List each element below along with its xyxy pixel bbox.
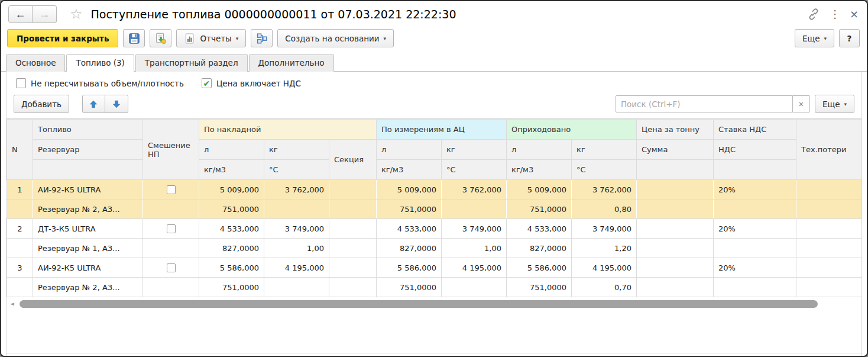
vat-included-checkbox[interactable]: ✔ Цена включает НДС bbox=[202, 78, 301, 88]
cell-n[interactable]: 1 bbox=[7, 180, 33, 200]
cell-received-density[interactable]: 751,0000 bbox=[507, 200, 572, 219]
cell-received-kg[interactable]: 4 195,000 bbox=[572, 258, 637, 278]
cell-invoice-kg[interactable]: 3 749,000 bbox=[264, 219, 329, 239]
cell-mix-checkbox[interactable] bbox=[143, 219, 199, 239]
cell-section-spacer[interactable] bbox=[329, 200, 377, 219]
cell-truck-l[interactable]: 5 009,000 bbox=[377, 180, 442, 200]
cell-invoice-kg[interactable]: 4 195,000 bbox=[264, 258, 329, 278]
cell-received-temp[interactable]: 0,70 bbox=[572, 278, 637, 297]
tab-fuel[interactable]: Топливо (3) bbox=[66, 54, 134, 72]
cell-n-spacer[interactable] bbox=[7, 278, 33, 297]
cell-received-density[interactable]: 827,0000 bbox=[507, 239, 572, 258]
cell-sum[interactable] bbox=[637, 239, 714, 258]
cell-n[interactable]: 2 bbox=[7, 219, 33, 239]
table-row[interactable]: 2 ДТ-3-К5 ULTRA 4 533,000 3 749,000 4 53… bbox=[7, 219, 862, 239]
cell-losses[interactable] bbox=[796, 180, 861, 200]
cell-vat[interactable] bbox=[714, 278, 796, 297]
post-and-close-button[interactable]: Провести и закрыть bbox=[7, 29, 118, 47]
cell-received-temp[interactable]: 0,80 bbox=[572, 200, 637, 219]
cell-price[interactable] bbox=[637, 180, 714, 200]
cell-invoice-temp[interactable] bbox=[264, 278, 329, 297]
cell-mix-spacer[interactable] bbox=[143, 239, 199, 258]
cell-section[interactable] bbox=[329, 258, 377, 278]
cell-truck-kg[interactable]: 4 195,000 bbox=[442, 258, 507, 278]
tab-transport[interactable]: Транспортный раздел bbox=[135, 54, 248, 72]
cell-invoice-density[interactable]: 751,0000 bbox=[199, 278, 264, 297]
cell-losses[interactable] bbox=[796, 219, 861, 239]
link-icon[interactable] bbox=[807, 8, 820, 21]
cell-received-kg[interactable]: 3 762,000 bbox=[572, 180, 637, 200]
cell-section[interactable] bbox=[329, 219, 377, 239]
table-row[interactable]: Резервуар № 1, АЗ... 827,0000 1,00 827,0… bbox=[7, 239, 862, 258]
create-based-on-button[interactable]: Создать на основании ▾ bbox=[277, 29, 394, 47]
cell-received-kg[interactable]: 3 749,000 bbox=[572, 219, 637, 239]
cell-section-spacer[interactable] bbox=[329, 278, 377, 297]
save-button[interactable] bbox=[123, 29, 145, 47]
cell-mix-spacer[interactable] bbox=[143, 200, 199, 219]
move-up-button[interactable] bbox=[82, 95, 105, 113]
cell-truck-temp[interactable] bbox=[442, 200, 507, 219]
cell-tank[interactable]: Резервуар № 2, АЗ... bbox=[33, 278, 143, 297]
cell-n-spacer[interactable] bbox=[7, 200, 33, 219]
cell-sum[interactable] bbox=[637, 200, 714, 219]
mix-checkbox[interactable] bbox=[167, 263, 176, 272]
cell-invoice-l[interactable]: 4 533,000 bbox=[199, 219, 264, 239]
close-icon[interactable]: × bbox=[850, 9, 859, 20]
cell-n[interactable]: 3 bbox=[7, 258, 33, 278]
more-button-toolbar[interactable]: Еще ▾ bbox=[795, 29, 834, 47]
cell-n-spacer[interactable] bbox=[7, 239, 33, 258]
cell-received-l[interactable]: 5 009,000 bbox=[507, 180, 572, 200]
tab-additional[interactable]: Дополнительно bbox=[249, 54, 334, 72]
cell-mix-checkbox[interactable] bbox=[143, 258, 199, 278]
cell-received-l[interactable]: 4 533,000 bbox=[507, 219, 572, 239]
cell-vat-rate[interactable]: 20% bbox=[714, 180, 796, 200]
cell-losses-spacer[interactable] bbox=[796, 239, 861, 258]
move-down-button[interactable] bbox=[105, 95, 128, 113]
cell-fuel[interactable]: АИ-92-К5 ULTRA bbox=[33, 180, 143, 200]
search-clear-button[interactable]: × bbox=[793, 95, 810, 112]
cell-truck-density[interactable]: 827,0000 bbox=[377, 239, 442, 258]
cell-truck-temp[interactable] bbox=[442, 278, 507, 297]
back-button[interactable]: ← bbox=[8, 5, 33, 23]
cell-mix-spacer[interactable] bbox=[143, 278, 199, 297]
cell-tank[interactable]: Резервуар № 1, АЗ... bbox=[33, 239, 143, 258]
cell-truck-temp[interactable]: 1,00 bbox=[442, 239, 507, 258]
cell-truck-l[interactable]: 4 533,000 bbox=[377, 219, 442, 239]
add-row-button[interactable]: Добавить bbox=[14, 95, 69, 113]
cell-section[interactable] bbox=[329, 180, 377, 200]
cell-truck-density[interactable]: 751,0000 bbox=[377, 200, 442, 219]
cell-truck-kg[interactable]: 3 762,000 bbox=[442, 180, 507, 200]
table-row[interactable]: 1 АИ-92-К5 ULTRA 5 009,000 3 762,000 5 0… bbox=[7, 180, 862, 200]
scroll-left-icon[interactable]: ◄ bbox=[10, 301, 14, 307]
cell-price[interactable] bbox=[637, 258, 714, 278]
table-row[interactable]: Резервуар № 2, АЗ... 751,0000 751,0000 7… bbox=[7, 278, 862, 297]
cell-losses[interactable] bbox=[796, 258, 861, 278]
cell-vat-rate[interactable]: 20% bbox=[714, 258, 796, 278]
cell-vat[interactable] bbox=[714, 200, 796, 219]
cell-sum[interactable] bbox=[637, 278, 714, 297]
cell-invoice-l[interactable]: 5 586,000 bbox=[199, 258, 264, 278]
favorite-star-icon[interactable]: ☆ bbox=[70, 6, 83, 22]
reports-button[interactable]: Отчеты ▾ bbox=[176, 29, 246, 47]
document-structure-button[interactable] bbox=[251, 29, 273, 47]
checkbox-unchecked[interactable] bbox=[16, 78, 26, 88]
cell-fuel[interactable]: АИ-92-К5 ULTRA bbox=[33, 258, 143, 278]
cell-received-l[interactable]: 5 586,000 bbox=[507, 258, 572, 278]
cell-fuel[interactable]: ДТ-3-К5 ULTRA bbox=[33, 219, 143, 239]
cell-received-density[interactable]: 751,0000 bbox=[507, 278, 572, 297]
forward-button[interactable]: → bbox=[33, 5, 57, 23]
cell-losses-spacer[interactable] bbox=[796, 200, 861, 219]
mix-checkbox[interactable] bbox=[167, 224, 176, 233]
cell-invoice-density[interactable]: 751,0000 bbox=[199, 200, 264, 219]
cell-tank[interactable]: Резервуар № 2, АЗ... bbox=[33, 200, 143, 219]
cell-invoice-temp[interactable]: 1,00 bbox=[264, 239, 329, 258]
cell-truck-kg[interactable]: 3 749,000 bbox=[442, 219, 507, 239]
scrollbar-thumb[interactable] bbox=[20, 300, 818, 308]
checkbox-checked[interactable]: ✔ bbox=[202, 78, 212, 88]
tab-main[interactable]: Основное bbox=[6, 54, 65, 72]
more-button-table[interactable]: Еще ▾ bbox=[815, 95, 854, 113]
window-menu-icon[interactable]: ⋮ bbox=[830, 9, 840, 20]
horizontal-scrollbar[interactable]: ◄ bbox=[8, 300, 860, 309]
cell-invoice-l[interactable]: 5 009,000 bbox=[199, 180, 264, 200]
table-row[interactable]: Резервуар № 2, АЗ... 751,0000 751,0000 7… bbox=[7, 200, 862, 219]
